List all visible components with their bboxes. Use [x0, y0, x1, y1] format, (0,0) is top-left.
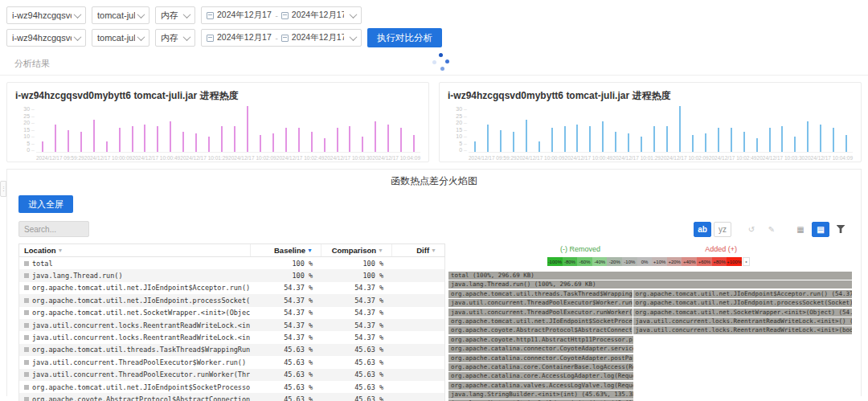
table-row[interactable]: org.apache.tomcat.util.net.JIoEndpoint$A…: [19, 282, 444, 294]
heat-bar: [833, 128, 834, 152]
match-word-button[interactable]: yz: [714, 222, 731, 237]
bar-slot: [725, 106, 738, 152]
column-header-baseline[interactable]: Baseline ▼: [250, 244, 321, 256]
bar-slot: [520, 106, 533, 152]
flame-row: total (100%, 296.69 KB): [448, 272, 853, 280]
heat-bar: [731, 128, 732, 152]
filter-button[interactable]: [832, 222, 850, 237]
heat-bar: [208, 137, 210, 152]
heat-bar: [743, 132, 745, 152]
fullscreen-button[interactable]: 进入全屏: [18, 195, 73, 213]
flame-frame[interactable]: org.apache.tomcat.util.net.SocketWrapper…: [633, 309, 852, 317]
bar-slot: [481, 106, 494, 152]
cell-location: org.apache.tomcat.util.net.JIoEndpoint.p…: [19, 297, 250, 305]
comparison-instance-select[interactable]: i-wz94hzcgqsvd0mybytt6: [6, 29, 86, 47]
bar-slot: [382, 106, 395, 152]
flame-frame[interactable]: org.apache.tomcat.util.threads.TaskThrea…: [448, 290, 633, 298]
bar-slot: [267, 106, 280, 152]
flame-frame[interactable]: org.apache.catalina.core.AccessLogAdapte…: [448, 372, 633, 380]
baseline-process-value: tomcat-juli.jar: [97, 10, 135, 20]
table-row[interactable]: java.util.concurrent.ThreadPoolExecutor$…: [19, 356, 444, 368]
funnel-icon: [837, 225, 845, 233]
cell-comparison: 45.63 %: [321, 383, 391, 391]
panel-collapse-handle[interactable]: ⋮: [0, 181, 6, 197]
baseline-instance-select[interactable]: i-wz94hzcgqsvd0mybytt6: [6, 6, 86, 24]
cell-baseline: 54.37 %: [250, 309, 321, 317]
heat-bar: [807, 121, 809, 152]
flame-frame[interactable]: java.lang.Thread.run() (100%, 296.69 KB): [448, 280, 852, 288]
comparison-process-select[interactable]: tomcat-juli.jar: [92, 29, 149, 47]
stack-frame-icon: [24, 261, 29, 266]
flame-frame[interactable]: total (100%, 296.69 KB): [448, 272, 852, 280]
table-row[interactable]: java.lang.Thread.run()100 %100 %: [19, 269, 444, 281]
scale-close-button[interactable]: •: [743, 257, 750, 266]
table-row[interactable]: org.apache.tomcat.util.net.JIoEndpoint$S…: [19, 381, 444, 393]
heat-bar: [362, 137, 363, 152]
heat-bar: [628, 133, 629, 152]
flame-frame[interactable]: org.apache.coyote.http11.AbstractHttp11P…: [448, 336, 633, 344]
x-tick-label: 2024/12/17 10:04:09: [805, 155, 853, 161]
flame-frame[interactable]: org.apache.catalina.core.ContainerBase.l…: [448, 363, 633, 371]
table-row[interactable]: java.util.concurrent.locks.ReentrantRead…: [19, 331, 444, 343]
cell-comparison: 54.37 %: [321, 321, 391, 329]
table-row[interactable]: org.apache.tomcat.util.net.SocketWrapper…: [19, 307, 444, 319]
heat-bar: [576, 125, 578, 152]
table-row[interactable]: org.apache.coyote.AbstractProtocol$Abstr…: [19, 393, 444, 401]
x-axis: 2024/12/17 09:59:292024/12/17 10:00:0920…: [15, 155, 420, 161]
flame-frame[interactable]: java.util.concurrent.ThreadPoolExecutor.…: [448, 309, 633, 317]
y-axis: 302520151050: [448, 106, 469, 153]
flame-frame[interactable]: java.lang.StringBuilder.<init>(int) (45.…: [448, 391, 633, 399]
baseline-metric-select[interactable]: 内存: [155, 6, 195, 24]
match-case-button[interactable]: ab: [694, 222, 711, 237]
column-header-diff[interactable]: Diff ▼: [391, 244, 444, 256]
heat-bar: [538, 141, 540, 152]
baseline-daterange-picker[interactable]: 2024年12月17日 09:59:28 - 2024年12月17日 10:04…: [201, 6, 362, 24]
heat-bar: [400, 128, 402, 152]
location-text: java.util.concurrent.ThreadPoolExecutor.…: [32, 370, 250, 378]
flame-frame[interactable]: org.apache.tomcat.util.net.JIoEndpoint$A…: [633, 290, 852, 298]
scale-segment: +100%: [727, 257, 742, 266]
flame-frame[interactable]: org.apache.tomcat.util.net.JIoEndpoint.p…: [633, 299, 852, 307]
table-view-button[interactable]: ▦: [792, 222, 809, 237]
header-label: Location: [24, 246, 56, 255]
flame-frame[interactable]: org.apache.tomcat.util.net.JIoEndpoint$S…: [448, 317, 633, 325]
table-row[interactable]: java.util.concurrent.locks.ReentrantRead…: [19, 319, 444, 331]
search-input[interactable]: [18, 221, 89, 237]
flame-row: org.apache.tomcat.util.threads.TaskThrea…: [448, 290, 853, 298]
bar-slot: [254, 106, 267, 152]
heat-bar: [718, 128, 719, 152]
column-header-comparison[interactable]: Comparison ▼: [321, 244, 391, 256]
scale-segment: +60%: [697, 257, 712, 266]
flame-frame[interactable]: java.util.concurrent.locks.ReentrantRead…: [633, 317, 852, 325]
baseline-end-date: 2024年12月17日 10:04:2: [292, 10, 344, 21]
table-row[interactable]: total100 %100 %: [19, 257, 444, 269]
flame-frame[interactable]: java.util.concurrent.locks.ReentrantRead…: [633, 326, 852, 334]
table-row[interactable]: org.apache.tomcat.util.threads.TaskThrea…: [19, 344, 444, 356]
heat-bar: [513, 132, 514, 152]
run-comparison-button[interactable]: 执行对比分析: [367, 28, 442, 47]
comparison-daterange-picker[interactable]: 2024年12月17日 09:59:28 - 2024年12月17日 10:04…: [201, 29, 362, 47]
flame-frame[interactable]: org.apache.catalina.connector.CoyoteAdap…: [448, 354, 633, 362]
flame-frame[interactable]: java.util.concurrent.ThreadPoolExecutor$…: [448, 299, 633, 307]
undo-button[interactable]: ↺: [743, 222, 760, 237]
baseline-process-select[interactable]: tomcat-juli.jar: [92, 6, 149, 24]
flamegraph-view-button[interactable]: ▤: [812, 222, 829, 237]
table-header-row: Location ▼ Baseline ▼ Comparison ▼ Diff …: [18, 243, 445, 257]
legend-added-label: Added (+): [705, 245, 737, 253]
heat-bar: [247, 106, 248, 152]
edit-button[interactable]: ✎: [763, 222, 780, 237]
bar-slot: [596, 106, 609, 152]
flame-frame[interactable]: org.apache.catalina.valves.AccessLogValv…: [448, 382, 633, 390]
flame-frame[interactable]: org.apache.coyote.AbstractProtocol$Abstr…: [448, 326, 633, 334]
flamegraph-rows: total (100%, 296.69 KB)java.lang.Thread.…: [448, 272, 853, 401]
flame-row: org.apache.coyote.AbstractProtocol$Abstr…: [448, 326, 853, 334]
comparison-metric-select[interactable]: 内存: [155, 29, 195, 47]
chevron-down-icon: [137, 10, 145, 18]
heat-bar: [324, 138, 326, 152]
flamegraph-toolbar: abyz↺✎▦▤: [18, 221, 850, 237]
flame-frame[interactable]: org.apache.catalina.connector.CoyoteAdap…: [448, 345, 633, 353]
table-row[interactable]: org.apache.tomcat.util.net.JIoEndpoint.p…: [19, 294, 444, 306]
table-row[interactable]: java.util.concurrent.ThreadPoolExecutor.…: [19, 369, 444, 381]
column-header-location[interactable]: Location ▼: [19, 246, 250, 255]
diff-legend: (-) Removed Added (+) -100%-80%-60%-40%-…: [547, 245, 750, 266]
